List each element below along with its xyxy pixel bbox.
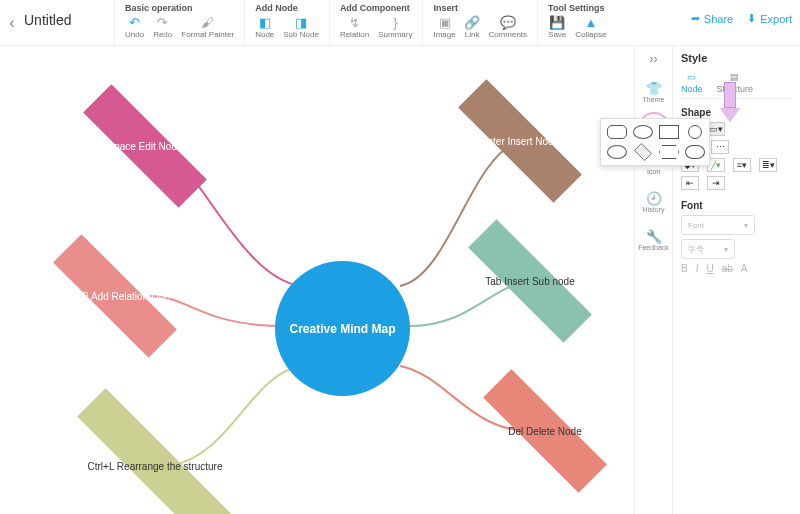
summary-button[interactable]: }Summary (378, 15, 412, 39)
format-painter-icon: 🖌 (201, 15, 215, 29)
font-section-label: Font (681, 200, 792, 211)
group-tool-settings: Tool Settings 💾Save ▲Collapse (537, 0, 616, 46)
shape-option-ellipse[interactable] (607, 145, 627, 159)
node-icon: ◧ (258, 15, 272, 29)
shape-option-barrel[interactable] (685, 145, 705, 159)
save-button[interactable]: 💾Save (548, 15, 566, 39)
insert-comments-button[interactable]: 💬Comments (488, 15, 527, 39)
share-button[interactable]: ➦Share (691, 12, 733, 25)
shape-option-pill[interactable] (633, 125, 653, 139)
underline-button[interactable]: U (706, 263, 713, 274)
group-title-basic: Basic operation (125, 3, 234, 13)
shape-popup (600, 118, 710, 166)
align-picker[interactable]: ≣▾ (759, 158, 777, 172)
undo-icon: ↶ (128, 15, 142, 29)
share-icon: ➦ (691, 12, 700, 25)
font-family-select[interactable]: Font▾ (681, 215, 755, 235)
node-enter-insert[interactable]: Enter Insert Node (445, 101, 595, 181)
node-add-relation[interactable]: Ctrl+R Add Relation Line (40, 256, 190, 336)
indent-out-button[interactable]: ⇤ (681, 176, 699, 190)
redo-icon: ↷ (156, 15, 170, 29)
tab-structure[interactable]: ▤Structure (717, 72, 754, 94)
subnode-icon: ◨ (294, 15, 308, 29)
node-tab-insert-sub[interactable]: Tab Insert Sub node (455, 241, 605, 321)
mindmap-canvas[interactable]: Creative Mind Map Space Edit Node Ctrl+R… (0, 46, 634, 514)
insert-link-button[interactable]: 🔗Link (465, 15, 480, 39)
collapse-button[interactable]: ▲Collapse (575, 15, 606, 39)
link-icon: 🔗 (465, 15, 479, 29)
format-painter-button[interactable]: 🖌Format Painter (181, 15, 234, 39)
relation-icon: ↯ (348, 15, 362, 29)
font-size-select[interactable]: 字号▾ (681, 239, 735, 259)
node-rearrange[interactable]: Ctrl+L Rearrange the structure (55, 426, 255, 506)
save-icon: 💾 (550, 15, 564, 29)
group-add-component: Add Component ↯Relation }Summary (329, 0, 423, 46)
indent-in-button[interactable]: ⇥ (707, 176, 725, 190)
shape-option-circle[interactable] (688, 125, 702, 139)
tab-node[interactable]: ▭Node (681, 72, 703, 94)
font-format-row: B I U ab A (681, 263, 792, 274)
shape-option-rect[interactable] (659, 125, 679, 139)
insert-image-button[interactable]: ▣Image (433, 15, 455, 39)
central-node[interactable]: Creative Mind Map (275, 261, 410, 396)
panel-tabs: ▭Node ▤Structure (681, 72, 792, 99)
export-button[interactable]: ⬇Export (747, 12, 792, 25)
panel-sidebar: ›› 👕Theme 🎨Style ☺Icon 🕘History 🔧Feedbac… (635, 46, 673, 514)
back-button[interactable]: ‹ (0, 0, 24, 32)
node-space-edit[interactable]: Space Edit Node (70, 106, 220, 186)
group-add-node: Add Node ◧Node ◨Sub Node (244, 0, 329, 46)
right-panel: ›› 👕Theme 🎨Style ☺Icon 🕘History 🔧Feedbac… (634, 46, 800, 514)
panel-collapse-button[interactable]: ›› (650, 50, 658, 72)
group-title-add-component: Add Component (340, 3, 413, 13)
relation-button[interactable]: ↯Relation (340, 15, 369, 39)
font-color-button[interactable]: A (741, 263, 748, 274)
panel-main: Style ▭Node ▤Structure Shape ◆▾ ▭▾ ▬▾ ⋯ … (673, 46, 800, 514)
sidebar-item-history[interactable]: 🕘History (637, 184, 671, 220)
line-weight-picker[interactable]: ≡▾ (733, 158, 751, 172)
panel-title: Style (681, 52, 792, 64)
more-options[interactable]: ⋯ (711, 140, 729, 154)
shape-option-diamond[interactable] (634, 143, 652, 161)
redo-button[interactable]: ↷Redo (153, 15, 172, 39)
shape-option-hexagon[interactable] (659, 145, 679, 159)
add-node-button[interactable]: ◧Node (255, 15, 274, 39)
collapse-icon: ▲ (584, 15, 598, 29)
chevron-down-icon: ▾ (724, 245, 728, 254)
sidebar-item-theme[interactable]: 👕Theme (637, 74, 671, 110)
history-icon: 🕘 (646, 191, 662, 206)
top-right-actions: ➦Share ⬇Export (691, 12, 792, 25)
sidebar-item-feedback[interactable]: 🔧Feedback (637, 222, 671, 258)
chevron-down-icon: ▾ (744, 221, 748, 230)
summary-icon: } (388, 15, 402, 29)
shape-option-rounded-rect[interactable] (607, 125, 627, 139)
node-del-delete[interactable]: Del Delete Node (470, 391, 620, 471)
group-insert: Insert ▣Image 🔗Link 💬Comments (422, 0, 537, 46)
top-toolbar: ‹ Untitled Basic operation ↶Undo ↷Redo 🖌… (0, 0, 800, 46)
group-title-insert: Insert (433, 3, 527, 13)
shape-section-label: Shape (681, 107, 792, 118)
node-tab-icon: ▭ (687, 72, 696, 82)
feedback-icon: 🔧 (646, 229, 662, 244)
group-title-tool-settings: Tool Settings (548, 3, 606, 13)
italic-button[interactable]: I (696, 263, 699, 274)
add-subnode-button[interactable]: ◨Sub Node (283, 15, 319, 39)
group-basic: Basic operation ↶Undo ↷Redo 🖌Format Pain… (114, 0, 244, 46)
undo-button[interactable]: ↶Undo (125, 15, 144, 39)
document-title[interactable]: Untitled (24, 0, 114, 28)
structure-tab-icon: ▤ (730, 72, 739, 82)
bold-button[interactable]: B (681, 263, 688, 274)
group-title-add-node: Add Node (255, 3, 319, 13)
comments-icon: 💬 (501, 15, 515, 29)
strike-button[interactable]: ab (722, 263, 733, 274)
image-icon: ▣ (438, 15, 452, 29)
export-icon: ⬇ (747, 12, 756, 25)
theme-icon: 👕 (646, 81, 662, 96)
